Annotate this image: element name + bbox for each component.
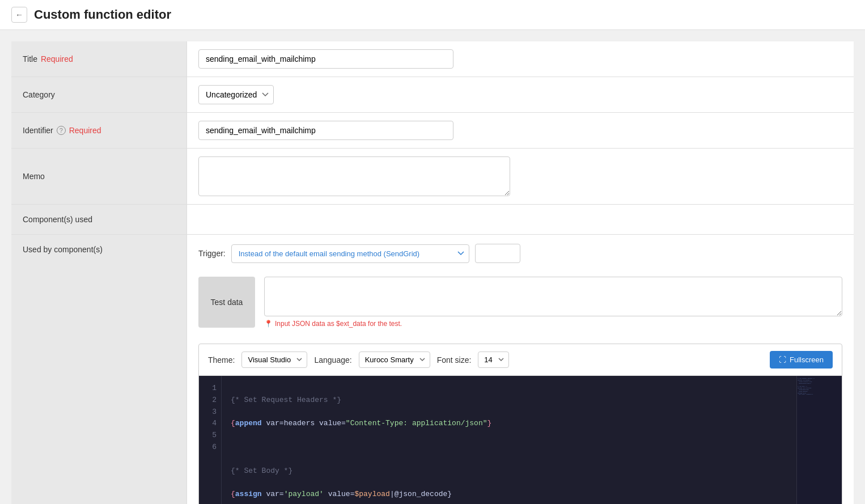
identifier-value-cell: [187, 113, 854, 148]
back-button[interactable]: ←: [11, 7, 27, 23]
memo-label-cell: Memo: [11, 149, 187, 204]
identifier-input[interactable]: [198, 121, 453, 140]
test-data-section: Test data 📍 Input JSON data as $ext_data…: [198, 277, 842, 328]
language-label: Language:: [314, 355, 351, 365]
code-content[interactable]: {* Set Request Headers *} {append var=he…: [222, 376, 796, 504]
components-label-cell: Component(s) used: [11, 205, 187, 234]
memo-textarea[interactable]: [198, 156, 510, 196]
category-value-cell: Uncategorized: [187, 77, 854, 112]
language-select[interactable]: Kuroco Smarty HTML JavaScript: [359, 351, 430, 368]
trigger-select[interactable]: Instead of the default email sending met…: [231, 244, 469, 263]
identifier-label-cell: Identifier ? Required: [11, 113, 187, 148]
code-line-4: {* Set Body *}: [231, 465, 787, 477]
hint-icon: 📍: [264, 320, 273, 328]
used-by-value-cell: Trigger: Instead of the default email se…: [187, 235, 854, 504]
category-label: Category: [23, 90, 55, 99]
code-toolbar: Theme: Visual Studio Monokai GitHub Drac…: [199, 344, 842, 376]
code-line-2: {append var=headers value="Content-Type:…: [231, 418, 787, 430]
theme-select[interactable]: Visual Studio Monokai GitHub Dracula: [241, 351, 307, 368]
components-value-cell: [187, 205, 854, 234]
font-size-label: Font size:: [437, 355, 472, 365]
title-row: Title Required: [11, 41, 854, 77]
identifier-row: Identifier ? Required: [11, 113, 854, 149]
identifier-required: Required: [69, 126, 101, 135]
theme-label: Theme:: [208, 355, 235, 365]
test-data-hint: 📍 Input JSON data as $ext_data for the t…: [264, 320, 842, 328]
code-area: 1 2 3 4 5 6 {* Set Request Headers *} {a…: [199, 376, 842, 504]
title-label-cell: Title Required: [11, 41, 187, 77]
category-label-cell: Category: [11, 77, 187, 112]
fullscreen-button[interactable]: ⛶ Fullscreen: [770, 351, 833, 369]
category-row: Category Uncategorized: [11, 77, 854, 113]
title-input[interactable]: [198, 49, 453, 69]
code-line-5: {assign var='payload' value=$payload|@js…: [231, 489, 787, 501]
identifier-help-icon[interactable]: ?: [57, 126, 66, 135]
line-numbers: 1 2 3 4 5 6: [199, 376, 222, 504]
test-data-label: Test data: [198, 277, 255, 328]
components-row: Component(s) used: [11, 205, 854, 235]
components-label: Component(s) used: [23, 215, 92, 224]
title-label: Title: [23, 54, 37, 63]
font-size-select[interactable]: 10 12 14 16: [478, 351, 509, 368]
fullscreen-icon: ⛶: [779, 355, 786, 364]
code-line-1: {* Set Request Headers *}: [231, 395, 787, 406]
test-data-textarea[interactable]: [264, 277, 842, 316]
title-value-cell: [187, 41, 854, 77]
test-data-right: 📍 Input JSON data as $ext_data for the t…: [264, 277, 842, 328]
code-line-3: [231, 442, 787, 454]
header: ← Custom function editor: [0, 0, 865, 30]
main-content: Title Required Category Uncategorized Id…: [0, 30, 865, 504]
used-by-row: Used by component(s) Trigger: Instead of…: [11, 235, 854, 504]
title-required: Required: [41, 54, 73, 63]
code-minimap: {* Set Request Headers *} {append var=he…: [796, 376, 842, 504]
identifier-label: Identifier: [23, 126, 53, 135]
page-title: Custom function editor: [34, 7, 171, 22]
category-select[interactable]: Uncategorized: [198, 85, 274, 104]
memo-value-cell: [187, 149, 854, 204]
trigger-row: Trigger: Instead of the default email se…: [198, 244, 520, 263]
memo-row: Memo: [11, 149, 854, 205]
code-editor-section: Theme: Visual Studio Monokai GitHub Drac…: [198, 344, 842, 504]
trigger-label: Trigger:: [198, 249, 226, 258]
used-by-label: Used by component(s): [23, 245, 103, 254]
memo-label: Memo: [23, 172, 45, 181]
trigger-text-input[interactable]: [475, 244, 520, 263]
used-by-label-cell: Used by component(s): [11, 235, 187, 504]
